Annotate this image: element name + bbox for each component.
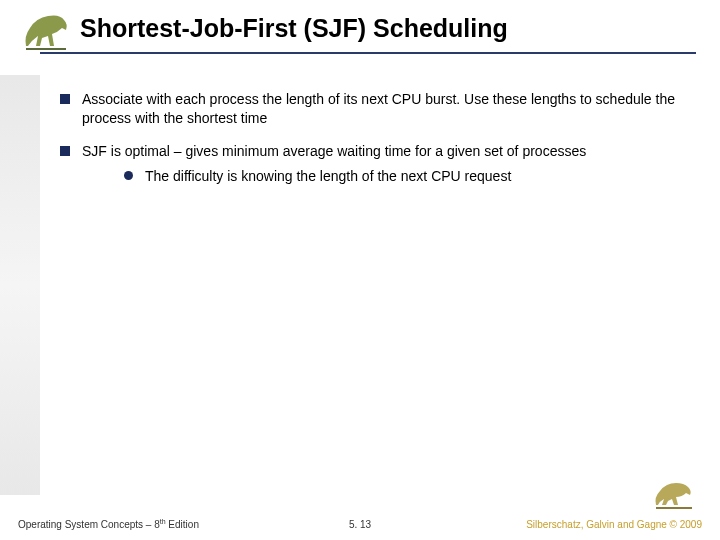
slide-content: Associate with each process the length o… [60,90,690,200]
footer-copyright: Silberschatz, Galvin and Gagne © 2009 [526,519,702,530]
bullet-text: SJF is optimal – gives minimum average w… [82,142,690,161]
bullet-text: Associate with each process the length o… [82,90,690,128]
title-underline [40,52,696,54]
square-bullet-icon [60,146,70,156]
dinosaur-icon-top [18,6,78,54]
square-bullet-icon [60,94,70,104]
sub-bullet-text: The difficulty is knowing the length of … [145,167,511,186]
bullet-item: Associate with each process the length o… [60,90,690,128]
slide-title: Shortest-Job-First (SJF) Scheduling [80,14,508,43]
circle-bullet-icon [124,171,133,180]
left-gradient-bar [0,75,40,495]
bullet-item: SJF is optimal – gives minimum average w… [60,142,690,186]
sub-bullet-item: The difficulty is knowing the length of … [124,167,690,186]
dinosaur-icon-bottom [650,477,700,512]
